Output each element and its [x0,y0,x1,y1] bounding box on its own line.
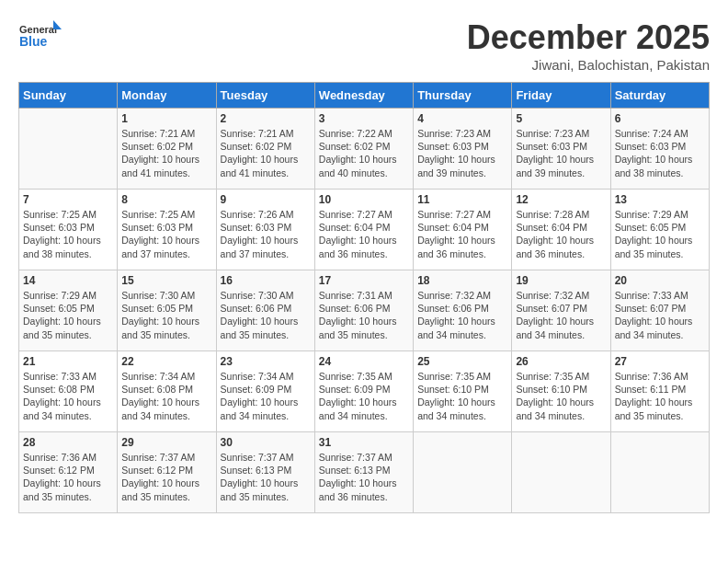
day-number: 13 [615,193,705,206]
day-cell: 18Sunrise: 7:32 AM Sunset: 6:06 PM Dayli… [414,270,512,351]
day-number: 19 [516,274,606,287]
column-header-sunday: Sunday [19,83,118,109]
day-cell: 13Sunrise: 7:29 AM Sunset: 6:05 PM Dayli… [610,190,709,270]
day-cell: 4Sunrise: 7:23 AM Sunset: 6:03 PM Daylig… [414,109,512,190]
day-info: Sunrise: 7:21 AM Sunset: 6:02 PM Dayligh… [121,127,211,179]
day-number: 25 [417,355,507,368]
day-cell: 3Sunrise: 7:22 AM Sunset: 6:02 PM Daylig… [314,109,413,190]
day-number: 30 [221,436,311,449]
day-cell: 16Sunrise: 7:30 AM Sunset: 6:06 PM Dayli… [216,270,314,351]
day-cell: 8Sunrise: 7:25 AM Sunset: 6:03 PM Daylig… [118,190,216,270]
day-info: Sunrise: 7:21 AM Sunset: 6:02 PM Dayligh… [221,127,311,179]
day-number: 28 [23,436,113,449]
day-info: Sunrise: 7:27 AM Sunset: 6:04 PM Dayligh… [417,208,507,260]
week-row-2: 7Sunrise: 7:25 AM Sunset: 6:03 PM Daylig… [19,190,710,270]
day-info: Sunrise: 7:23 AM Sunset: 6:03 PM Dayligh… [516,127,606,179]
day-number: 10 [319,193,409,206]
day-info: Sunrise: 7:35 AM Sunset: 6:10 PM Dayligh… [417,370,507,422]
day-number: 7 [23,193,113,206]
day-number: 31 [319,436,409,449]
day-info: Sunrise: 7:37 AM Sunset: 6:13 PM Dayligh… [221,451,311,503]
day-number: 23 [221,355,311,368]
day-cell: 2Sunrise: 7:21 AM Sunset: 6:02 PM Daylig… [216,109,314,190]
day-cell: 29Sunrise: 7:37 AM Sunset: 6:12 PM Dayli… [118,432,216,513]
day-number: 8 [121,193,211,206]
day-number: 22 [121,355,211,368]
day-cell: 21Sunrise: 7:33 AM Sunset: 6:08 PM Dayli… [19,351,118,432]
column-header-saturday: Saturday [610,83,709,109]
day-info: Sunrise: 7:27 AM Sunset: 6:04 PM Dayligh… [319,208,409,260]
day-info: Sunrise: 7:34 AM Sunset: 6:08 PM Dayligh… [121,370,211,422]
header-row: SundayMondayTuesdayWednesdayThursdayFrid… [19,83,710,109]
day-info: Sunrise: 7:29 AM Sunset: 6:05 PM Dayligh… [615,208,705,260]
week-row-1: 1Sunrise: 7:21 AM Sunset: 6:02 PM Daylig… [19,109,710,190]
day-info: Sunrise: 7:33 AM Sunset: 6:07 PM Dayligh… [615,289,705,341]
logo-svg: General Blue [18,18,64,60]
svg-text:Blue: Blue [19,34,48,49]
day-info: Sunrise: 7:37 AM Sunset: 6:13 PM Dayligh… [319,451,409,503]
column-header-friday: Friday [512,83,610,109]
day-number: 3 [319,112,409,125]
day-number: 18 [417,274,507,287]
day-info: Sunrise: 7:32 AM Sunset: 6:07 PM Dayligh… [516,289,606,341]
day-number: 20 [615,274,705,287]
day-cell: 31Sunrise: 7:37 AM Sunset: 6:13 PM Dayli… [314,432,413,513]
day-cell: 28Sunrise: 7:36 AM Sunset: 6:12 PM Dayli… [19,432,118,513]
day-info: Sunrise: 7:35 AM Sunset: 6:10 PM Dayligh… [516,370,606,422]
day-number: 5 [516,112,606,125]
day-cell: 24Sunrise: 7:35 AM Sunset: 6:09 PM Dayli… [314,351,413,432]
day-cell: 20Sunrise: 7:33 AM Sunset: 6:07 PM Dayli… [610,270,709,351]
calendar-table: SundayMondayTuesdayWednesdayThursdayFrid… [18,82,710,513]
day-number: 12 [516,193,606,206]
day-number: 27 [615,355,705,368]
column-header-monday: Monday [118,83,216,109]
day-cell: 26Sunrise: 7:35 AM Sunset: 6:10 PM Dayli… [512,351,610,432]
week-row-4: 21Sunrise: 7:33 AM Sunset: 6:08 PM Dayli… [19,351,710,432]
day-info: Sunrise: 7:26 AM Sunset: 6:03 PM Dayligh… [221,208,311,260]
day-cell: 7Sunrise: 7:25 AM Sunset: 6:03 PM Daylig… [19,190,118,270]
column-header-wednesday: Wednesday [314,83,413,109]
day-info: Sunrise: 7:29 AM Sunset: 6:05 PM Dayligh… [23,289,113,341]
day-number: 29 [121,436,211,449]
day-number: 14 [23,274,113,287]
day-number: 4 [417,112,507,125]
day-cell: 25Sunrise: 7:35 AM Sunset: 6:10 PM Dayli… [414,351,512,432]
day-cell: 1Sunrise: 7:21 AM Sunset: 6:02 PM Daylig… [118,109,216,190]
day-info: Sunrise: 7:25 AM Sunset: 6:03 PM Dayligh… [23,208,113,260]
day-info: Sunrise: 7:25 AM Sunset: 6:03 PM Dayligh… [121,208,211,260]
day-info: Sunrise: 7:33 AM Sunset: 6:08 PM Dayligh… [23,370,113,422]
column-header-tuesday: Tuesday [216,83,314,109]
day-cell: 5Sunrise: 7:23 AM Sunset: 6:03 PM Daylig… [512,109,610,190]
day-number: 16 [221,274,311,287]
day-info: Sunrise: 7:30 AM Sunset: 6:06 PM Dayligh… [221,289,311,341]
day-cell: 27Sunrise: 7:36 AM Sunset: 6:11 PM Dayli… [610,351,709,432]
day-cell: 9Sunrise: 7:26 AM Sunset: 6:03 PM Daylig… [216,190,314,270]
day-number: 1 [121,112,211,125]
day-number: 6 [615,112,705,125]
day-info: Sunrise: 7:22 AM Sunset: 6:02 PM Dayligh… [319,127,409,179]
day-cell [512,432,610,513]
day-number: 26 [516,355,606,368]
week-row-3: 14Sunrise: 7:29 AM Sunset: 6:05 PM Dayli… [19,270,710,351]
month-title: December 2025 [467,18,710,57]
day-number: 24 [319,355,409,368]
day-cell: 22Sunrise: 7:34 AM Sunset: 6:08 PM Dayli… [118,351,216,432]
day-cell [414,432,512,513]
day-info: Sunrise: 7:24 AM Sunset: 6:03 PM Dayligh… [615,127,705,179]
day-cell: 10Sunrise: 7:27 AM Sunset: 6:04 PM Dayli… [314,190,413,270]
day-info: Sunrise: 7:37 AM Sunset: 6:12 PM Dayligh… [121,451,211,503]
day-cell: 12Sunrise: 7:28 AM Sunset: 6:04 PM Dayli… [512,190,610,270]
day-cell: 11Sunrise: 7:27 AM Sunset: 6:04 PM Dayli… [414,190,512,270]
day-info: Sunrise: 7:23 AM Sunset: 6:03 PM Dayligh… [417,127,507,179]
day-number: 15 [121,274,211,287]
day-cell: 19Sunrise: 7:32 AM Sunset: 6:07 PM Dayli… [512,270,610,351]
day-number: 9 [221,193,311,206]
day-cell: 6Sunrise: 7:24 AM Sunset: 6:03 PM Daylig… [610,109,709,190]
day-info: Sunrise: 7:36 AM Sunset: 6:12 PM Dayligh… [23,451,113,503]
day-info: Sunrise: 7:32 AM Sunset: 6:06 PM Dayligh… [417,289,507,341]
day-cell: 14Sunrise: 7:29 AM Sunset: 6:05 PM Dayli… [19,270,118,351]
day-info: Sunrise: 7:34 AM Sunset: 6:09 PM Dayligh… [221,370,311,422]
day-info: Sunrise: 7:35 AM Sunset: 6:09 PM Dayligh… [319,370,409,422]
logo: General Blue [18,18,64,60]
day-number: 21 [23,355,113,368]
